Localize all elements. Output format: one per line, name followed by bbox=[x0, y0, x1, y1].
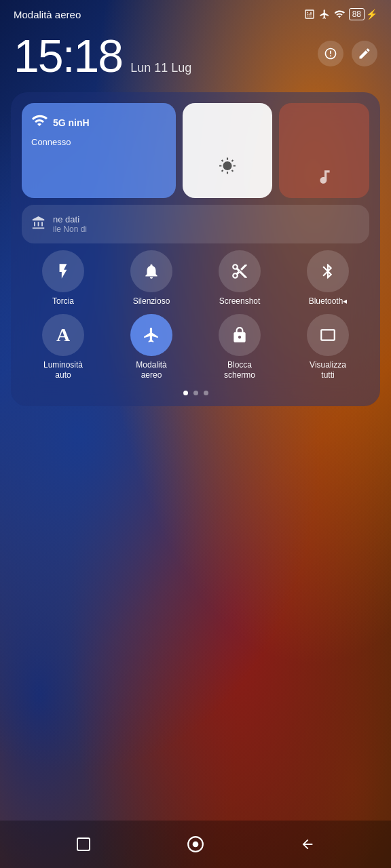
back-triangle-icon bbox=[300, 837, 315, 852]
bluetooth-circle bbox=[307, 250, 349, 292]
lock-icon bbox=[231, 326, 248, 344]
volume-icon bbox=[316, 168, 333, 189]
wifi-status-icon bbox=[334, 9, 345, 20]
silenzioso-label: Silenzioso bbox=[133, 296, 170, 307]
bell-icon bbox=[143, 262, 160, 280]
page-dot-3 bbox=[204, 391, 208, 395]
visualizza-label: Visualizzatutti bbox=[310, 360, 346, 381]
volume-tile[interactable] bbox=[279, 103, 369, 198]
navigation-bar bbox=[0, 821, 391, 868]
wifi-network-name: 5G ninH bbox=[53, 117, 90, 128]
wifi-status-text: Connesso bbox=[31, 137, 166, 147]
back-button[interactable] bbox=[297, 833, 318, 855]
aereo-toggle[interactable]: Modalitàaereo bbox=[110, 314, 193, 381]
toggle-grid: Torcia Silenzioso Screenshot bbox=[22, 250, 369, 381]
clock-time: 15:18 bbox=[14, 33, 122, 79]
bluetooth-icon bbox=[319, 262, 337, 280]
wifi-tile-icon bbox=[31, 113, 48, 133]
aereo-circle bbox=[130, 314, 172, 356]
clock-display: 15:18 Lun 11 Lug bbox=[14, 33, 191, 79]
edit-icon bbox=[358, 47, 371, 60]
screenshot-toggle[interactable]: Screenshot bbox=[198, 250, 281, 307]
visualizza-circle bbox=[307, 314, 349, 356]
home-circle-icon bbox=[187, 835, 204, 853]
status-bar: Modalità aereo 88 ⚡ bbox=[0, 0, 391, 26]
auto-brightness-icon: A bbox=[56, 324, 70, 346]
torcia-circle bbox=[42, 250, 84, 292]
bluetooth-toggle[interactable]: Bluetooth◂ bbox=[286, 250, 369, 307]
status-icons: 88 ⚡ bbox=[304, 8, 377, 20]
bluetooth-label: Bluetooth◂ bbox=[309, 296, 348, 307]
page-dots bbox=[22, 391, 369, 395]
nfc-icon bbox=[304, 9, 315, 20]
page-dot-2 bbox=[193, 391, 198, 395]
luminosita-toggle[interactable]: A Luminositàauto bbox=[22, 314, 105, 381]
clock-area: 15:18 Lun 11 Lug bbox=[0, 26, 391, 92]
brightness-sun-icon bbox=[219, 157, 236, 179]
grid-icon bbox=[319, 326, 337, 344]
scissors-icon bbox=[231, 262, 248, 280]
torcia-toggle[interactable]: Torcia bbox=[22, 250, 105, 307]
blocca-toggle[interactable]: Bloccaschermo bbox=[198, 314, 281, 381]
clock-date: Lun 11 Lug bbox=[130, 61, 191, 75]
blocca-circle bbox=[219, 314, 261, 356]
silenzioso-circle bbox=[130, 250, 172, 292]
aereo-label: Modalitàaereo bbox=[136, 360, 166, 381]
silenzioso-toggle[interactable]: Silenzioso bbox=[110, 250, 193, 307]
wifi-tile[interactable]: 5G ninH Connesso bbox=[22, 103, 176, 198]
svg-point-2 bbox=[193, 842, 199, 848]
torcia-label: Torcia bbox=[52, 296, 74, 307]
luminosita-circle: A bbox=[42, 314, 84, 356]
gear-icon bbox=[324, 47, 337, 60]
flashlight-icon bbox=[54, 262, 72, 280]
top-tiles-row: 5G ninH Connesso bbox=[22, 103, 369, 198]
square-icon bbox=[75, 836, 92, 852]
recents-button[interactable] bbox=[73, 833, 94, 855]
edit-button[interactable] bbox=[352, 41, 377, 66]
blocca-label: Bloccaschermo bbox=[224, 360, 255, 381]
screenshot-circle bbox=[219, 250, 261, 292]
airplane-status-icon bbox=[319, 9, 330, 20]
visualizza-toggle[interactable]: Visualizzatutti bbox=[286, 314, 369, 381]
airplane-toggle-icon bbox=[143, 326, 160, 344]
svg-rect-0 bbox=[77, 838, 90, 850]
luminosita-label: Luminositàauto bbox=[43, 360, 83, 381]
brightness-tile[interactable] bbox=[183, 103, 273, 198]
home-button[interactable] bbox=[185, 833, 206, 855]
clock-action-buttons bbox=[318, 41, 377, 66]
status-mode-text: Modalità aereo bbox=[14, 9, 81, 20]
quick-settings-panel: 5G ninH Connesso bbox=[11, 92, 380, 406]
mobile-data-icon bbox=[31, 216, 46, 233]
mobile-data-text: ne dati ile Non di bbox=[53, 214, 87, 234]
battery-level: 88 ⚡ bbox=[349, 8, 377, 20]
screenshot-label: Screenshot bbox=[219, 296, 261, 307]
mobile-data-tile[interactable]: ne dati ile Non di bbox=[22, 205, 369, 243]
brightness-settings-button[interactable] bbox=[318, 41, 343, 66]
page-dot-1 bbox=[183, 391, 188, 395]
